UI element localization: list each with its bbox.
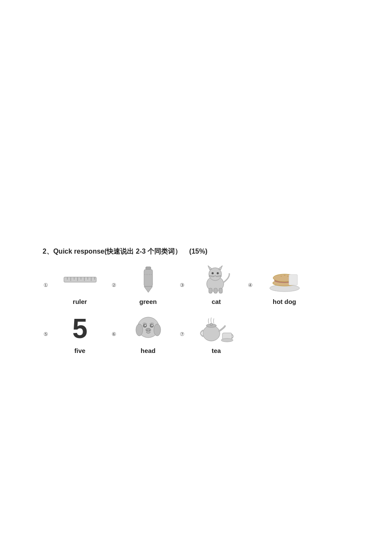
- svg-rect-26: [214, 288, 217, 293]
- item-cat: ③: [179, 265, 247, 305]
- green-image: [129, 265, 167, 295]
- items-row-2: ⑤ 5 five ⑥: [43, 314, 349, 354]
- svg-marker-16: [208, 266, 212, 270]
- ruler-image: [61, 265, 99, 295]
- item-tea: ⑦: [179, 314, 247, 354]
- head-label: head: [141, 347, 156, 354]
- five-image: 5: [61, 314, 99, 344]
- svg-rect-11: [144, 269, 153, 286]
- svg-point-50: [221, 338, 233, 342]
- svg-point-45: [149, 330, 150, 331]
- item-number-4: ④: [248, 282, 253, 288]
- item-number-7: ⑦: [180, 331, 184, 337]
- svg-point-33: [284, 275, 285, 276]
- svg-point-19: [217, 272, 219, 275]
- svg-point-41: [144, 325, 146, 326]
- svg-rect-25: [209, 288, 212, 293]
- svg-marker-17: [218, 266, 222, 270]
- svg-point-20: [214, 275, 216, 277]
- cat-image: [197, 265, 236, 295]
- item-five: ⑤ 5 five: [43, 314, 111, 354]
- section-instruction: 、Quick response(快速说出 2-3 个同类词）: [46, 248, 182, 255]
- item-number-6: ⑥: [112, 331, 116, 337]
- svg-point-34: [287, 276, 289, 277]
- five-numeral: 5: [72, 315, 88, 342]
- section-title: 2、Quick response(快速说出 2-3 个同类词） (15%): [43, 247, 349, 256]
- svg-marker-12: [144, 286, 153, 292]
- item-green: ② green: [111, 265, 179, 305]
- hotdog-label: hot dog: [273, 298, 296, 305]
- items-row-1: ① ruler ②: [43, 265, 349, 305]
- svg-point-46: [203, 326, 220, 341]
- svg-point-48: [210, 323, 213, 326]
- svg-rect-27: [219, 288, 222, 293]
- item-ruler: ① ruler: [43, 265, 111, 305]
- five-label: five: [75, 347, 86, 354]
- green-label: green: [139, 298, 157, 305]
- svg-point-18: [212, 272, 214, 275]
- svg-rect-35: [289, 275, 297, 285]
- head-image: [129, 314, 167, 344]
- ruler-label: ruler: [73, 298, 87, 305]
- page-content: 2、Quick response(快速说出 2-3 个同类词） (15%) ①: [43, 247, 349, 358]
- tea-label: tea: [212, 347, 221, 354]
- item-number-3: ③: [180, 282, 184, 288]
- svg-point-32: [280, 276, 282, 277]
- item-head: ⑥: [111, 314, 179, 354]
- item-number-5: ⑤: [43, 331, 48, 337]
- tea-image: [197, 314, 236, 344]
- hotdog-image: [265, 265, 304, 295]
- item-number-2: ②: [112, 282, 116, 288]
- svg-point-37: [136, 324, 143, 336]
- item-number-1: ①: [43, 282, 48, 288]
- section-percent: (15%): [189, 248, 208, 255]
- item-hotdog: ④: [247, 265, 315, 305]
- svg-point-43: [146, 328, 151, 332]
- cat-label: cat: [212, 298, 221, 305]
- svg-rect-0: [64, 277, 96, 282]
- svg-point-38: [154, 324, 161, 336]
- section-number: 2: [43, 248, 46, 255]
- svg-point-42: [151, 325, 153, 326]
- svg-rect-10: [146, 267, 151, 269]
- svg-point-44: [146, 330, 147, 331]
